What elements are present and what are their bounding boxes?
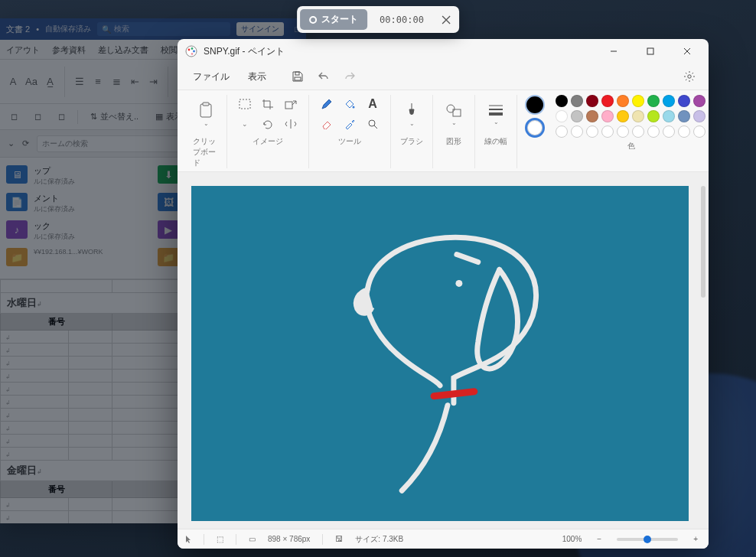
paint-canvas[interactable] <box>191 186 689 521</box>
color-swatch[interactable] <box>617 110 629 122</box>
color-swatch[interactable] <box>632 110 644 122</box>
resize-button[interactable] <box>281 95 301 113</box>
redo-icon <box>344 70 356 83</box>
nav-refresh-button[interactable]: ◻ <box>54 109 70 124</box>
color-swatch[interactable] <box>556 95 568 107</box>
dropdown-icon[interactable]: ⌄ <box>8 138 15 148</box>
color-swatch-empty[interactable] <box>586 125 598 138</box>
indent-dec-icon[interactable]: ⇤ <box>128 75 142 89</box>
eraser-button[interactable] <box>317 115 337 133</box>
word-document-name: 文書 2 <box>6 24 30 35</box>
fill-button[interactable] <box>340 95 360 113</box>
tab-mailings[interactable]: 差し込み文書 <box>96 41 150 59</box>
scrollbar-thumb[interactable] <box>701 186 705 298</box>
redo-button[interactable] <box>338 66 361 87</box>
font-icon[interactable]: A <box>6 75 20 89</box>
picker-button[interactable] <box>340 115 360 133</box>
color-swatch[interactable] <box>647 95 660 107</box>
zoom-slider[interactable] <box>617 538 678 541</box>
sort-button[interactable]: ⇅ 並べ替え.. <box>86 109 143 125</box>
paint-title-text: SNPY.gif - ペイント <box>204 45 285 58</box>
brush-button[interactable]: ⌄ <box>399 95 425 133</box>
window-minimize-button[interactable] <box>598 41 629 62</box>
indent-inc-icon[interactable]: ⇥ <box>146 75 160 89</box>
color-swatch[interactable] <box>678 110 690 122</box>
window-close-button[interactable] <box>672 41 702 62</box>
color-swatch-empty[interactable] <box>693 125 705 138</box>
color-swatch[interactable] <box>556 110 568 122</box>
color-swatch[interactable] <box>632 95 644 107</box>
color-swatch[interactable] <box>601 110 614 122</box>
highlight-icon[interactable]: A̲ <box>43 75 57 89</box>
tab-references[interactable]: 参考資料 <box>51 41 87 59</box>
color-swatch-empty[interactable] <box>601 125 614 138</box>
folder-work[interactable]: 📁 ¥¥192.168.1...¥WORK <box>6 248 148 269</box>
nav-up-button[interactable]: ◻ <box>30 109 46 124</box>
stroke-width-button[interactable]: ⌄ <box>483 95 509 133</box>
nav-back-button[interactable]: ◻ <box>6 109 22 124</box>
color-swatch[interactable] <box>678 95 690 107</box>
undo-button[interactable] <box>312 66 335 87</box>
color-swatch-empty[interactable] <box>663 125 675 138</box>
refresh-icon[interactable]: ⟳ <box>22 138 29 148</box>
save-button[interactable] <box>286 66 309 87</box>
color-swatch[interactable] <box>693 95 705 107</box>
color-1-swatch[interactable] <box>525 95 545 115</box>
paste-button[interactable]: ⌄ <box>193 95 219 133</box>
color-swatch[interactable] <box>571 110 583 122</box>
color-swatch[interactable] <box>663 110 675 122</box>
folder-desktop[interactable]: 🖥 ップルに保存済み <box>6 165 148 187</box>
color-swatch-empty[interactable] <box>556 125 568 138</box>
select-rect-button[interactable] <box>235 95 255 113</box>
text-icon: A <box>368 97 377 111</box>
capture-close-button[interactable] <box>436 10 456 30</box>
list-icon[interactable]: ≣ <box>109 75 123 89</box>
folder-document[interactable]: 📄 メントルに保存済み <box>6 193 148 214</box>
bucket-icon <box>344 98 356 110</box>
group-brush: ⌄ ブラシ <box>390 95 432 168</box>
numbering-icon[interactable]: ≡ <box>91 75 105 89</box>
window-maximize-button[interactable] <box>635 41 666 62</box>
color-swatch-empty[interactable] <box>617 125 629 138</box>
select-dropdown[interactable]: ⌄ <box>235 115 255 133</box>
color-swatch[interactable] <box>586 95 598 107</box>
svg-point-3 <box>193 50 195 53</box>
color-swatch-empty[interactable] <box>571 125 583 138</box>
text-button[interactable]: A <box>363 95 383 113</box>
svg-point-14 <box>353 106 355 109</box>
color-swatch[interactable] <box>693 110 705 122</box>
sign-in-button[interactable]: サインイン <box>236 22 284 36</box>
crop-button[interactable] <box>258 95 278 113</box>
pencil-button[interactable] <box>317 95 337 113</box>
menu-file[interactable]: ファイル <box>185 67 237 87</box>
rotate-button[interactable] <box>258 115 278 133</box>
tab-layout[interactable]: イアウト <box>5 41 41 59</box>
folder-music[interactable]: ♪ ックルに保存済み <box>6 220 148 242</box>
color-swatch-empty[interactable] <box>678 125 690 138</box>
color-swatch[interactable] <box>586 110 598 122</box>
tab-review[interactable]: 校閲 <box>159 41 179 59</box>
flip-button[interactable] <box>281 115 301 133</box>
canvas-dimensions: 898 × 786px <box>268 535 310 543</box>
color-swatch[interactable] <box>571 95 583 107</box>
zoom-out-button[interactable]: − <box>594 535 604 543</box>
color-swatch[interactable] <box>647 110 660 122</box>
color-swatch[interactable] <box>617 95 629 107</box>
color-2-swatch[interactable] <box>525 118 545 138</box>
color-swatch[interactable] <box>601 95 614 107</box>
settings-button[interactable] <box>678 66 701 87</box>
vertical-scrollbar[interactable] <box>698 172 709 529</box>
zoom-in-button[interactable]: + <box>690 535 701 543</box>
menu-view[interactable]: 表示 <box>240 67 274 87</box>
magnifier-icon <box>367 118 379 130</box>
day-wednesday: 水曜日 <box>7 297 37 308</box>
color-swatch-empty[interactable] <box>632 125 644 138</box>
color-swatch-empty[interactable] <box>647 125 660 138</box>
color-swatch[interactable] <box>663 95 675 107</box>
capture-start-button[interactable]: スタート <box>300 9 367 30</box>
bullets-icon[interactable]: ☰ <box>73 75 86 89</box>
font-color-icon[interactable]: Aa <box>24 75 38 89</box>
word-search[interactable]: 🔍 検索 <box>97 22 230 36</box>
zoom-button[interactable] <box>363 115 383 133</box>
shapes-button[interactable]: ⌄ <box>441 95 467 133</box>
